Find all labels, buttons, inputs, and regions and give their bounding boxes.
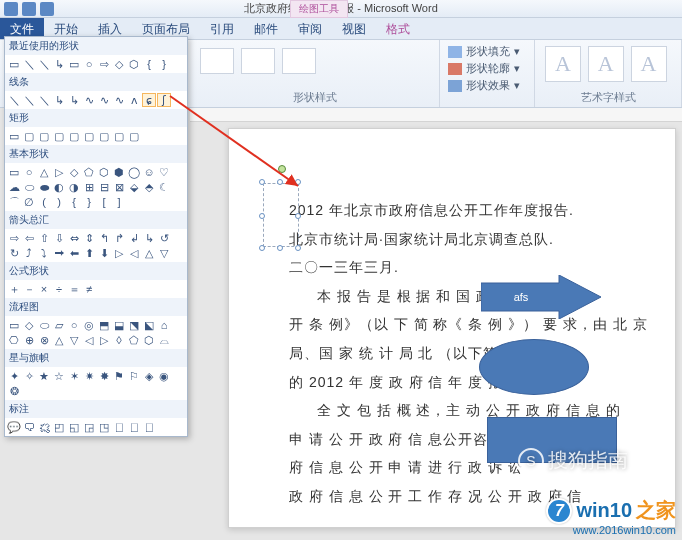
shape-icon[interactable]: 🗯 (37, 420, 51, 434)
shape-icon[interactable]: { (67, 195, 81, 209)
shape-icon[interactable]: ▷ (52, 165, 66, 179)
inserted-arrow-shape[interactable]: afs (481, 275, 601, 319)
shape-icon[interactable]: ⎕ (112, 420, 126, 434)
shape-icon[interactable]: ⚑ (112, 369, 126, 383)
shape-icon[interactable]: ✧ (22, 369, 36, 383)
shape-oval-icon[interactable]: ○ (82, 57, 96, 71)
shape-hex-icon[interactable]: ⬡ (127, 57, 141, 71)
shape-icon[interactable]: ✷ (82, 369, 96, 383)
qat-redo-icon[interactable] (40, 2, 54, 16)
shape-icon[interactable]: ◁ (82, 333, 96, 347)
shape-icon[interactable]: } (82, 195, 96, 209)
shape-diamond-icon[interactable]: ◇ (112, 57, 126, 71)
shape-icon[interactable]: ↲ (127, 231, 141, 245)
shape-icon[interactable]: ◇ (67, 165, 81, 179)
shape-icon[interactable]: ▽ (67, 333, 81, 347)
shape-icon[interactable]: ↳ (142, 231, 156, 245)
shape-icon[interactable]: ◁ (127, 246, 141, 260)
shape-icon[interactable]: ▷ (97, 333, 111, 347)
shape-icon[interactable]: ☆ (52, 369, 66, 383)
shape-fill-button[interactable]: 形状填充 ▾ (448, 44, 526, 59)
shape-roundrect-icon[interactable]: ▢ (52, 129, 66, 143)
wordart-swatch[interactable]: A (631, 46, 667, 82)
shape-icon[interactable]: ↱ (112, 231, 126, 245)
shape-icon[interactable]: ] (112, 195, 126, 209)
shape-icon[interactable]: ◑ (67, 180, 81, 194)
resize-handle[interactable] (259, 179, 265, 185)
shape-icon[interactable]: ⬭ (22, 180, 36, 194)
shape-icon[interactable]: ○ (67, 318, 81, 332)
shape-elbow-icon[interactable]: ↳ (67, 93, 81, 107)
shape-roundrect-icon[interactable]: ▢ (127, 129, 141, 143)
resize-handle[interactable] (295, 245, 301, 251)
shape-line-icon[interactable]: ＼ (22, 93, 36, 107)
shape-line-icon[interactable]: ＼ (7, 93, 21, 107)
shape-icon[interactable]: ⊞ (82, 180, 96, 194)
shape-icon[interactable]: ◈ (142, 369, 156, 383)
tab-view[interactable]: 视图 (332, 18, 376, 39)
shape-icon[interactable]: ❂ (7, 384, 21, 398)
shape-icon[interactable]: ◎ (82, 318, 96, 332)
shape-icon[interactable]: ▱ (52, 318, 66, 332)
shape-icon[interactable]: ✦ (7, 369, 21, 383)
style-swatch[interactable] (282, 48, 316, 74)
shape-roundrect-icon[interactable]: ▢ (37, 129, 51, 143)
shape-icon[interactable]: ▷ (112, 246, 126, 260)
shape-elbow-icon[interactable]: ↳ (52, 93, 66, 107)
shape-icon[interactable]: ☾ (157, 180, 171, 194)
shape-icon[interactable]: ⬅ (67, 246, 81, 260)
shape-icon[interactable]: － (22, 282, 36, 296)
shape-icon[interactable]: ⌒ (7, 195, 21, 209)
shape-icon[interactable]: ⤴ (22, 246, 36, 260)
qat-save-icon[interactable] (4, 2, 18, 16)
shape-icon[interactable]: ⬠ (82, 165, 96, 179)
shape-icon[interactable]: ⊕ (22, 333, 36, 347)
shape-icon[interactable]: △ (37, 165, 51, 179)
shape-icon[interactable]: ⇨ (7, 231, 21, 245)
shape-icon[interactable]: ⇦ (22, 231, 36, 245)
shape-icon[interactable]: ⬢ (112, 165, 126, 179)
shape-icon[interactable]: ⊠ (112, 180, 126, 194)
shape-icon[interactable]: ▭ (7, 318, 21, 332)
shape-icon[interactable]: ⚐ (127, 369, 141, 383)
shape-freeform-icon[interactable]: ʌ (127, 93, 141, 107)
shape-icon[interactable]: ◲ (82, 420, 96, 434)
shape-icon[interactable]: ↻ (7, 246, 21, 260)
shape-brace-icon[interactable]: { (142, 57, 156, 71)
shape-icon[interactable]: ⬒ (97, 318, 111, 332)
shape-icon[interactable]: ↺ (157, 231, 171, 245)
shape-icon[interactable]: ▭ (7, 165, 21, 179)
shape-icon[interactable]: ⇩ (52, 231, 66, 245)
shape-icon[interactable]: ⌓ (157, 333, 171, 347)
shape-icon[interactable]: △ (142, 246, 156, 260)
shape-icon[interactable]: ⇔ (67, 231, 81, 245)
resize-handle[interactable] (277, 245, 283, 251)
resize-handle[interactable] (295, 179, 301, 185)
shape-icon[interactable]: ⊟ (97, 180, 111, 194)
shape-icon[interactable]: ⬘ (142, 180, 156, 194)
inserted-ellipse-shape[interactable] (479, 339, 589, 395)
shape-icon[interactable]: ( (37, 195, 51, 209)
horizontal-ruler[interactable] (190, 108, 682, 122)
shape-icon[interactable]: ⬓ (112, 318, 126, 332)
shape-roundrect-icon[interactable]: ▢ (82, 129, 96, 143)
wordart-swatch[interactable]: A (545, 46, 581, 82)
shape-icon[interactable]: ⬕ (142, 318, 156, 332)
shape-roundrect-icon[interactable]: ▢ (97, 129, 111, 143)
shape-icon[interactable]: 💬 (7, 420, 21, 434)
shape-icon[interactable]: ⇧ (37, 231, 51, 245)
shape-icon[interactable]: ⬇ (97, 246, 111, 260)
shape-icon[interactable]: ÷ (52, 282, 66, 296)
shape-icon[interactable]: ∅ (22, 195, 36, 209)
shape-icon[interactable]: ◉ (157, 369, 171, 383)
shape-icon[interactable]: ＋ (7, 282, 21, 296)
shape-icon[interactable]: ⬬ (37, 180, 51, 194)
shape-curve-icon[interactable]: ∿ (97, 93, 111, 107)
shape-scribble-icon[interactable]: ɕ (142, 93, 156, 107)
shape-icon[interactable]: ◊ (112, 333, 126, 347)
wordart-swatch[interactable]: A (588, 46, 624, 82)
shape-icon[interactable]: ⬠ (127, 333, 141, 347)
tab-mailings[interactable]: 邮件 (244, 18, 288, 39)
selected-shape[interactable] (249, 169, 313, 261)
shape-line-icon[interactable]: ＼ (37, 93, 51, 107)
